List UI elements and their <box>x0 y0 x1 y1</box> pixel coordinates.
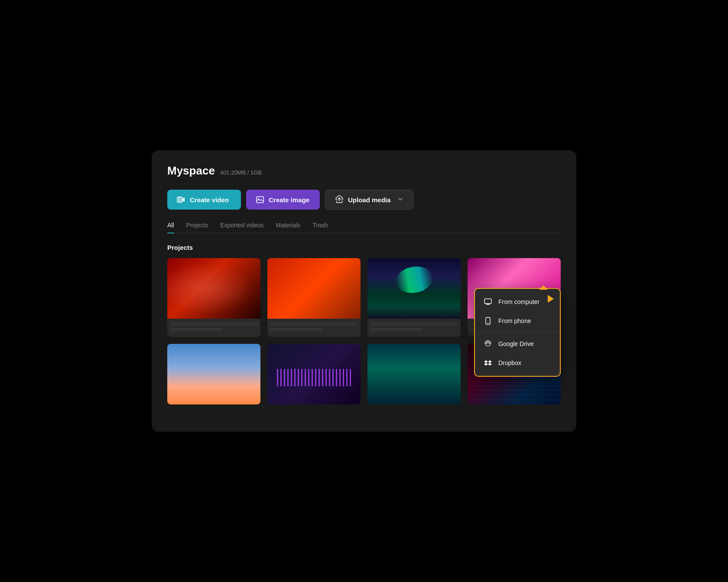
upload-dropdown: From computer From phone Google Drive <box>474 288 561 377</box>
tab-materials[interactable]: Materials <box>276 222 301 233</box>
from-computer-label: From computer <box>498 298 540 305</box>
meta-sub-bar <box>370 328 423 331</box>
chevron-down-icon <box>397 196 403 204</box>
upload-icon <box>335 195 344 204</box>
dropbox-icon <box>484 359 492 367</box>
list-item[interactable] <box>367 344 461 404</box>
create-image-label: Create image <box>269 196 309 204</box>
meta-sub-bar <box>170 328 223 331</box>
google-drive-icon <box>484 340 492 348</box>
image-icon <box>256 195 264 204</box>
computer-icon <box>484 297 492 306</box>
thumbnail <box>167 344 260 404</box>
meta-sub-bar <box>270 328 323 331</box>
list-item[interactable] <box>167 258 260 337</box>
thumbnail <box>167 258 260 319</box>
tab-all[interactable]: All <box>167 222 174 233</box>
thumbnail <box>367 258 461 319</box>
app-container: Myspace 401.20MB / 1GB Create video <box>152 150 576 432</box>
google-drive-label: Google Drive <box>498 340 534 347</box>
svg-point-8 <box>488 323 488 323</box>
app-title: Myspace <box>167 164 215 178</box>
list-item[interactable] <box>267 344 361 404</box>
media-meta <box>367 319 461 337</box>
upload-media-label: Upload media <box>348 196 390 204</box>
upload-media-button[interactable]: Upload media <box>325 190 413 210</box>
projects-section-title: Projects <box>167 244 561 251</box>
dropdown-item-from-phone[interactable]: From phone <box>475 311 560 330</box>
video-icon <box>177 195 185 204</box>
svg-rect-4 <box>257 197 263 203</box>
thumbnail <box>367 344 461 404</box>
tab-exported-videos[interactable]: Exported videos <box>220 222 263 233</box>
thumbnail <box>267 258 361 319</box>
create-video-button[interactable]: Create video <box>167 190 241 210</box>
from-phone-label: From phone <box>498 317 531 324</box>
dropdown-item-google-drive[interactable]: Google Drive <box>475 334 560 353</box>
storage-info: 401.20MB / 1GB <box>220 169 262 176</box>
thumbnail <box>267 344 361 404</box>
action-buttons: Create video Create image Upload med <box>167 190 561 210</box>
meta-title-bar <box>270 322 358 326</box>
create-image-button[interactable]: Create image <box>246 190 320 210</box>
media-meta <box>167 319 260 337</box>
cursor-arrow-icon <box>548 295 554 303</box>
meta-title-bar <box>170 322 258 326</box>
create-video-label: Create video <box>190 196 229 204</box>
dropdown-arrow <box>539 285 548 290</box>
dropbox-label: Dropbox <box>498 359 521 366</box>
meta-title-bar <box>370 322 458 326</box>
media-meta <box>267 319 361 337</box>
list-item[interactable] <box>267 258 361 337</box>
list-item[interactable] <box>167 344 260 404</box>
tab-trash[interactable]: Trash <box>312 222 328 233</box>
dropdown-item-dropbox[interactable]: Dropbox <box>475 353 560 372</box>
phone-icon <box>484 317 492 325</box>
tabs-bar: All Projects Exported videos Materials T… <box>167 222 561 233</box>
svg-rect-6 <box>484 299 491 304</box>
list-item[interactable] <box>367 258 461 337</box>
dropdown-item-from-computer[interactable]: From computer <box>475 292 560 311</box>
tab-projects[interactable]: Projects <box>186 222 208 233</box>
dropdown-separator <box>475 332 560 333</box>
header: Myspace 401.20MB / 1GB <box>167 164 561 178</box>
